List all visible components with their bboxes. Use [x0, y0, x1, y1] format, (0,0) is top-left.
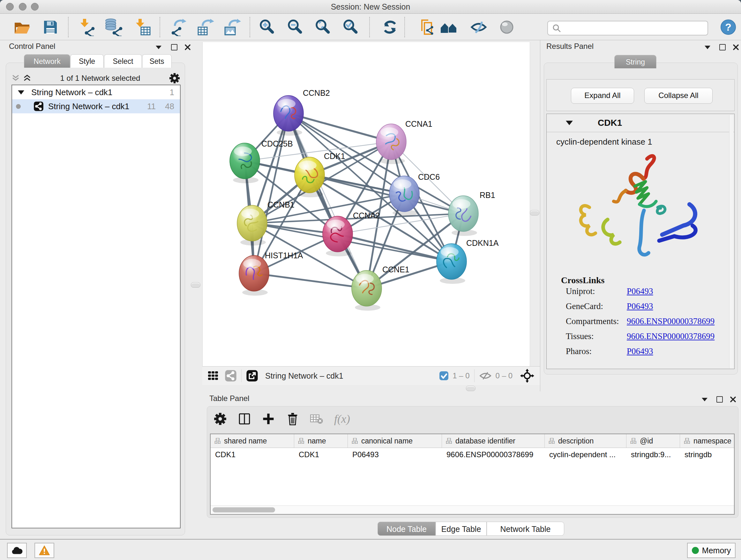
- table-cell[interactable]: CDK1: [211, 448, 294, 462]
- column-header-name[interactable]: 品name: [294, 434, 348, 448]
- network-share-icon[interactable]: [225, 370, 237, 382]
- column-header-description[interactable]: 品description: [545, 434, 626, 448]
- node-RB1[interactable]: [448, 196, 478, 236]
- zoom-in-button[interactable]: [258, 18, 275, 36]
- cloud-button[interactable]: [7, 543, 27, 558]
- table-cell[interactable]: 9606.ENSP00000378699: [442, 448, 545, 462]
- table-cell[interactable]: stringdb:9...: [626, 448, 680, 462]
- table-panel-float-icon[interactable]: [717, 396, 723, 402]
- table-horizontal-scrollbar[interactable]: [211, 505, 734, 514]
- node-CCNB1[interactable]: [237, 205, 267, 246]
- show-graphics-button[interactable]: [498, 18, 516, 36]
- crosslink-link[interactable]: 9606.ENSP00000378699: [627, 331, 715, 341]
- node-label: CDC25B: [261, 139, 293, 148]
- warnings-button[interactable]: [35, 543, 54, 558]
- help-button[interactable]: ?: [719, 18, 737, 36]
- tab-sets[interactable]: Sets: [142, 54, 172, 68]
- node-CCNE1[interactable]: [352, 270, 382, 311]
- network-options-gear-icon[interactable]: [169, 73, 180, 84]
- table-cell[interactable]: P06493: [348, 448, 442, 462]
- control-panel-close-icon[interactable]: [185, 44, 191, 51]
- network-canvas[interactable]: CCNB2CCNA1CDC25BCDK1CDC6RB1CCNB1CCNA2CDK…: [202, 42, 530, 366]
- search-field[interactable]: [547, 21, 708, 36]
- node-CDKN1A[interactable]: [436, 244, 467, 284]
- expand-all-icon[interactable]: [23, 74, 31, 82]
- pan-crosshair-icon[interactable]: [520, 369, 534, 383]
- network-edge[interactable]: [288, 113, 367, 288]
- zoom-selected-button[interactable]: [341, 18, 359, 36]
- home-networks-button[interactable]: [440, 18, 458, 36]
- right-splitter-handle[interactable]: [530, 210, 539, 215]
- clipboard-share-button[interactable]: [419, 18, 436, 36]
- column-header-database-identifier[interactable]: 品database identifier: [442, 434, 545, 448]
- selected-checkbox-icon[interactable]: [439, 371, 449, 381]
- zoom-out-button[interactable]: [286, 18, 304, 36]
- tab-network[interactable]: Network: [24, 54, 70, 68]
- export-table-button[interactable]: [196, 18, 214, 36]
- results-panel-close-icon[interactable]: [733, 44, 739, 51]
- table-cell[interactable]: cyclin-dependent ...: [545, 448, 626, 462]
- import-network-file-button[interactable]: [78, 18, 96, 36]
- column-manager-button[interactable]: [235, 411, 253, 427]
- table-panel-collapse-icon[interactable]: [702, 398, 708, 401]
- tab-node-table[interactable]: Node Table: [378, 522, 435, 536]
- network-edge[interactable]: [254, 273, 367, 288]
- import-network-database-button[interactable]: [105, 18, 123, 36]
- control-panel-float-icon[interactable]: [171, 44, 178, 51]
- memory-button[interactable]: Memory: [687, 543, 736, 558]
- crosslink-link[interactable]: P06493: [627, 287, 653, 296]
- network-edge[interactable]: [254, 113, 288, 273]
- export-image-button[interactable]: [223, 18, 241, 36]
- column-header-canonical-name[interactable]: 品canonical name: [348, 434, 442, 448]
- delete-table-button[interactable]: [308, 411, 326, 427]
- collection-expander-icon[interactable]: [18, 90, 24, 95]
- table-panel-close-icon[interactable]: [730, 396, 736, 402]
- open-folder-button[interactable]: [13, 18, 31, 36]
- expand-all-button[interactable]: Expand All: [571, 88, 634, 104]
- column-header-@id[interactable]: 品@id: [626, 434, 680, 448]
- save-button[interactable]: [42, 18, 59, 36]
- hidden-eye-slash-icon[interactable]: [479, 370, 492, 381]
- import-table-button[interactable]: [133, 18, 151, 36]
- node-CDC25B[interactable]: [230, 143, 260, 183]
- search-input[interactable]: [561, 22, 708, 34]
- column-header-namespace[interactable]: 品namespace: [680, 434, 735, 448]
- scrollbar-thumb[interactable]: [212, 507, 275, 512]
- collapse-all-button[interactable]: Collapse All: [644, 88, 713, 104]
- refresh-button[interactable]: [381, 18, 399, 36]
- table-cell[interactable]: CDK1: [294, 448, 348, 462]
- crosslink-link[interactable]: P06493: [627, 347, 653, 356]
- node-CCNA1[interactable]: [376, 124, 406, 164]
- crosslink-link[interactable]: 9606.ENSP00000378699: [627, 316, 715, 326]
- column-header-shared-name[interactable]: 品shared name: [211, 434, 294, 448]
- gene-header-row[interactable]: CDK1: [547, 114, 734, 132]
- hide-graphics-button[interactable]: [470, 18, 488, 36]
- network-row-selected[interactable]: String Network – cdk1 11 48: [12, 99, 180, 113]
- export-network-button[interactable]: [170, 18, 188, 36]
- left-splitter-handle[interactable]: [191, 282, 200, 288]
- zoom-fit-button[interactable]: [313, 18, 331, 36]
- tab-string[interactable]: String: [614, 55, 657, 68]
- node-CCNB2[interactable]: [273, 96, 304, 136]
- table-cell[interactable]: stringdb: [680, 448, 735, 462]
- bottom-splitter-handle[interactable]: [466, 386, 475, 391]
- tab-select[interactable]: Select: [104, 54, 142, 68]
- results-panel-float-icon[interactable]: [719, 44, 726, 51]
- node-HIST1H1A[interactable]: [239, 255, 269, 296]
- table-settings-gear-button[interactable]: [211, 411, 229, 427]
- function-builder-button[interactable]: f(x): [333, 411, 351, 427]
- tab-edge-table[interactable]: Edge Table: [435, 522, 487, 536]
- birdseye-grid-icon[interactable]: [207, 370, 219, 381]
- control-panel-collapse-icon[interactable]: [156, 46, 161, 49]
- tab-style[interactable]: Style: [70, 54, 104, 68]
- results-panel-collapse-icon[interactable]: [704, 46, 711, 49]
- tab-network-table[interactable]: Network Table: [487, 522, 564, 536]
- network-collection-row[interactable]: String Network – cdk1 1: [12, 85, 180, 99]
- collapse-all-icon[interactable]: [11, 74, 20, 82]
- open-in-window-icon[interactable]: [246, 370, 258, 382]
- gene-expander-icon[interactable]: [566, 121, 573, 125]
- crosslink-link[interactable]: P06493: [627, 301, 653, 311]
- add-column-button[interactable]: [259, 411, 277, 427]
- delete-column-button[interactable]: [284, 411, 301, 427]
- results-scrollbar[interactable]: [729, 115, 733, 368]
